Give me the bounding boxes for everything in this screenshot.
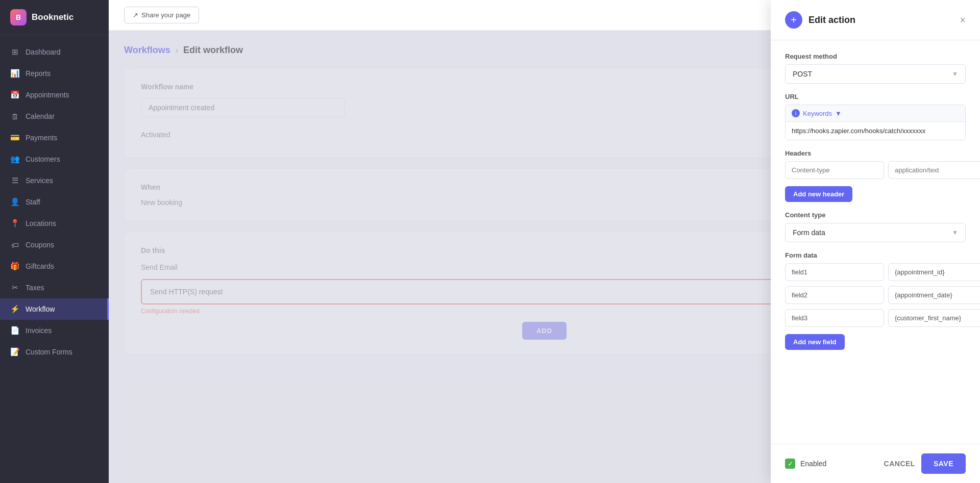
headers-label: Headers — [785, 149, 966, 157]
sidebar-item-payments[interactable]: 💳 Payments — [0, 127, 109, 148]
add-header-button[interactable]: Add new header — [785, 186, 852, 202]
info-icon: i — [792, 109, 800, 117]
sidebar-item-label: Staff — [26, 198, 40, 206]
sidebar-nav: ⊞ Dashboard 📊 Reports 📅 Appointments 🗓 C… — [0, 35, 109, 483]
form-row-3: 🗑 — [785, 309, 966, 327]
request-method-select[interactable]: POST ▼ — [785, 64, 966, 84]
url-box: i Keywords ▼ — [785, 105, 966, 140]
sidebar-item-reports[interactable]: 📊 Reports — [0, 63, 109, 84]
customers-icon: 👥 — [10, 155, 19, 164]
sidebar-item-dashboard[interactable]: ⊞ Dashboard — [0, 41, 109, 63]
form-data-label: Form data — [785, 251, 966, 259]
sidebar-item-label: Giftcards — [26, 262, 54, 270]
sidebar-item-giftcards[interactable]: 🎁 Giftcards — [0, 256, 109, 277]
sidebar-item-label: Payments — [26, 134, 57, 142]
reports-icon: 📊 — [10, 69, 19, 78]
keywords-label: Keywords — [803, 110, 832, 117]
locations-icon: 📍 — [10, 219, 19, 228]
content-type-select[interactable]: Form data ▼ — [785, 223, 966, 242]
dashboard-icon: ⊞ — [10, 47, 19, 57]
logo-text: Booknetic — [32, 12, 74, 22]
sidebar-item-workflow[interactable]: ⚡ Workflow — [0, 298, 109, 320]
sidebar: B Booknetic ⊞ Dashboard 📊 Reports 📅 Appo… — [0, 0, 109, 483]
url-input[interactable] — [786, 122, 965, 140]
calendar-icon: 🗓 — [10, 112, 19, 121]
sidebar-item-label: Invoices — [26, 326, 52, 335]
form-value-1[interactable] — [888, 263, 980, 281]
services-icon: ☰ — [10, 176, 19, 185]
sidebar-item-label: Customers — [26, 155, 60, 163]
sidebar-item-locations[interactable]: 📍 Locations — [0, 213, 109, 234]
form-value-2[interactable] — [888, 286, 980, 304]
sidebar-item-custom-forms[interactable]: 📝 Custom Forms — [0, 341, 109, 363]
staff-icon: 👤 — [10, 197, 19, 207]
sidebar-item-label: Coupons — [26, 241, 54, 249]
form-key-3[interactable] — [785, 309, 884, 327]
panel-close-button[interactable]: × — [960, 15, 966, 25]
header-key-input[interactable] — [785, 161, 884, 179]
edit-action-panel: + Edit action × Request method POST ▼ UR… — [771, 0, 980, 483]
form-data-section: 🗑 🗑 🗑 Add new field — [785, 263, 966, 350]
add-field-button[interactable]: Add new field — [785, 334, 845, 350]
request-method-arrow: ▼ — [952, 70, 958, 78]
sidebar-item-label: Reports — [26, 69, 51, 78]
header-row: 🗑 — [785, 161, 966, 179]
request-method-label: Request method — [785, 53, 966, 60]
giftcards-icon: 🎁 — [10, 262, 19, 271]
panel-header-left: + Edit action — [785, 11, 855, 29]
panel-header: + Edit action × — [771, 0, 980, 40]
form-row-2: 🗑 — [785, 286, 966, 304]
form-value-3[interactable] — [888, 309, 980, 327]
share-page-button[interactable]: ↗ Share your page — [124, 7, 199, 23]
url-label: URL — [785, 93, 966, 100]
share-icon: ↗ — [133, 11, 138, 19]
panel-plus-icon: + — [785, 11, 802, 29]
panel-footer: ✓ Enabled CANCEL SAVE — [771, 444, 980, 483]
headers-section: 🗑 Add new header — [785, 161, 966, 202]
sidebar-item-coupons[interactable]: 🏷 Coupons — [0, 234, 109, 256]
sidebar-item-label: Custom Forms — [26, 348, 72, 356]
coupons-icon: 🏷 — [10, 240, 19, 249]
sidebar-item-staff[interactable]: 👤 Staff — [0, 191, 109, 213]
sidebar-item-label: Calendar — [26, 112, 55, 120]
panel-title: Edit action — [808, 15, 855, 26]
sidebar-item-customers[interactable]: 👥 Customers — [0, 148, 109, 170]
taxes-icon: ✂ — [10, 283, 19, 292]
url-keywords-bar: i Keywords ▼ — [786, 105, 965, 122]
sidebar-item-invoices[interactable]: 📄 Invoices — [0, 320, 109, 341]
sidebar-item-label: Locations — [26, 219, 56, 227]
enabled-label: Enabled — [800, 460, 826, 468]
logo-icon: B — [10, 9, 27, 26]
sidebar-item-label: Workflow — [26, 305, 55, 313]
enabled-check: ✓ Enabled — [785, 459, 826, 469]
cancel-button[interactable]: CANCEL — [884, 460, 915, 468]
form-key-1[interactable] — [785, 263, 884, 281]
form-row-1: 🗑 — [785, 263, 966, 281]
keywords-button[interactable]: Keywords ▼ — [803, 110, 842, 117]
panel-body: Request method POST ▼ URL i Keywords ▼ H… — [771, 40, 980, 444]
panel-save-button[interactable]: SAVE — [921, 453, 966, 474]
sidebar-item-label: Dashboard — [26, 48, 61, 56]
request-method-value: POST — [793, 70, 812, 78]
content-type-value: Form data — [793, 228, 825, 237]
sidebar-item-taxes[interactable]: ✂ Taxes — [0, 277, 109, 298]
footer-actions: CANCEL SAVE — [884, 453, 966, 474]
sidebar-item-label: Appointments — [26, 91, 69, 99]
keywords-dropdown-icon: ▼ — [835, 110, 842, 117]
sidebar-item-calendar[interactable]: 🗓 Calendar — [0, 106, 109, 127]
content-type-label: Content type — [785, 211, 966, 219]
sidebar-item-label: Taxes — [26, 284, 44, 292]
payments-icon: 💳 — [10, 133, 19, 142]
form-key-2[interactable] — [785, 286, 884, 304]
appointments-icon: 📅 — [10, 90, 19, 99]
sidebar-item-services[interactable]: ☰ Services — [0, 170, 109, 191]
content-type-arrow: ▼ — [952, 229, 958, 236]
logo-area: B Booknetic — [0, 0, 109, 35]
sidebar-item-appointments[interactable]: 📅 Appointments — [0, 84, 109, 106]
enabled-checkbox[interactable]: ✓ — [785, 459, 795, 469]
invoices-icon: 📄 — [10, 326, 19, 335]
sidebar-item-label: Services — [26, 176, 53, 185]
custom-forms-icon: 📝 — [10, 347, 19, 357]
header-value-input[interactable] — [888, 161, 980, 179]
workflow-icon: ⚡ — [10, 304, 19, 314]
